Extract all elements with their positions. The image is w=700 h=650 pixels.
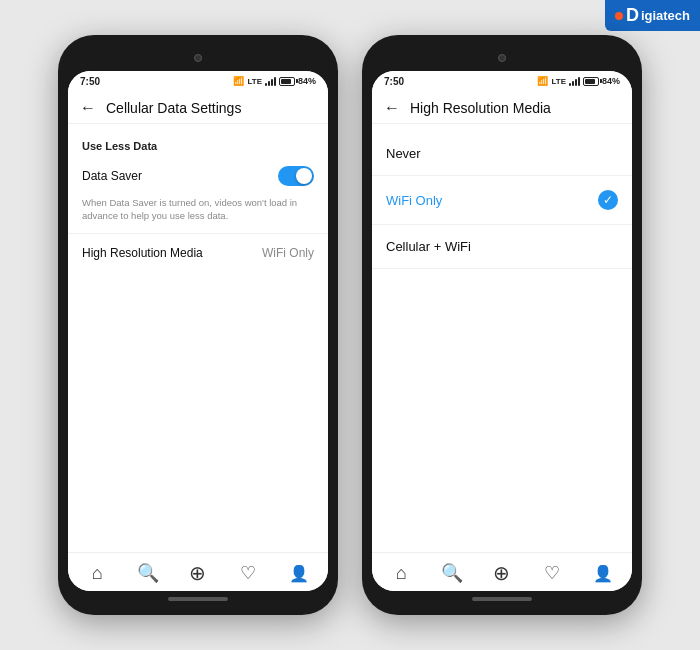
option-cellular-wifi[interactable]: Cellular + WiFi <box>372 227 632 266</box>
option-wifi-label: WiFi Only <box>386 193 442 208</box>
battery-icon-2 <box>583 77 599 86</box>
nav-header-2: ← High Resolution Media <box>372 91 632 124</box>
nav-profile-2[interactable]: 👤 <box>587 564 619 583</box>
nav-add-2[interactable]: ⊕ <box>486 561 518 585</box>
high-res-value: WiFi Only <box>262 246 314 260</box>
front-camera-1 <box>194 54 202 62</box>
battery-percent-1: 84% <box>298 76 316 86</box>
nav-search-1[interactable]: 🔍 <box>132 562 164 584</box>
lte-2: LTE <box>551 77 566 86</box>
content-2: Never WiFi Only ✓ Cellular + WiFi <box>372 124 632 552</box>
nav-heart-2[interactable]: ♡ <box>536 562 568 584</box>
signal-1 <box>265 76 276 86</box>
nav-profile-1[interactable]: 👤 <box>283 564 315 583</box>
back-button-2[interactable]: ← <box>384 99 400 117</box>
nav-home-1[interactable]: ⌂ <box>81 563 113 584</box>
time-2: 7:50 <box>384 76 404 87</box>
wifi-status-2: 📶 <box>537 76 548 86</box>
status-bar-1: 7:50 📶 LTE 84% <box>68 71 328 91</box>
divider-opt-1 <box>372 175 632 176</box>
phone-bottom-1 <box>68 597 328 601</box>
phone-top-bar-2 <box>372 49 632 67</box>
phone-top-bar-1 <box>68 49 328 67</box>
time-1: 7:50 <box>80 76 100 87</box>
section-label-1: Use Less Data <box>68 134 328 156</box>
page-title-2: High Resolution Media <box>410 100 551 116</box>
battery-fill-2 <box>585 79 595 84</box>
option-never[interactable]: Never <box>372 134 632 173</box>
nav-header-1: ← Cellular Data Settings <box>68 91 328 124</box>
brand-badge: D igiatech <box>605 0 700 31</box>
battery-icon-1 <box>279 77 295 86</box>
status-bar-2: 7:50 📶 LTE 84% <box>372 71 632 91</box>
bottom-nav-2: ⌂ 🔍 ⊕ ♡ 👤 <box>372 552 632 591</box>
content-1: Use Less Data Data Saver When Data Saver… <box>68 124 328 552</box>
wifi-status-1: 📶 <box>233 76 244 86</box>
lte-1: LTE <box>247 77 262 86</box>
home-indicator-1 <box>168 597 228 601</box>
battery-percent-2: 84% <box>602 76 620 86</box>
status-icons-2: 📶 LTE 84% <box>537 76 620 86</box>
option-never-label: Never <box>386 146 421 161</box>
page-title-1: Cellular Data Settings <box>106 100 241 116</box>
option-wifi-only[interactable]: WiFi Only ✓ <box>372 178 632 222</box>
nav-heart-1[interactable]: ♡ <box>232 562 264 584</box>
wifi-selected-check: ✓ <box>598 190 618 210</box>
high-res-label: High Resolution Media <box>82 246 203 260</box>
data-saver-label: Data Saver <box>82 169 142 183</box>
phone-2: 7:50 📶 LTE 84% ← High Resolution Media <box>362 35 642 615</box>
screen-2: 7:50 📶 LTE 84% ← High Resolution Media <box>372 71 632 591</box>
phone-1: 7:50 📶 LTE 84% ← Cellular Data Settings <box>58 35 338 615</box>
option-cellular-label: Cellular + WiFi <box>386 239 471 254</box>
signal-2 <box>569 76 580 86</box>
divider-opt-3 <box>372 268 632 269</box>
toggle-knob <box>296 168 312 184</box>
front-camera-2 <box>498 54 506 62</box>
phone-bottom-2 <box>372 597 632 601</box>
nav-home-2[interactable]: ⌂ <box>385 563 417 584</box>
high-res-row[interactable]: High Resolution Media WiFi Only <box>68 236 328 270</box>
screen-1: 7:50 📶 LTE 84% ← Cellular Data Settings <box>68 71 328 591</box>
data-saver-toggle[interactable] <box>278 166 314 186</box>
back-button-1[interactable]: ← <box>80 99 96 117</box>
bottom-nav-1: ⌂ 🔍 ⊕ ♡ 👤 <box>68 552 328 591</box>
battery-fill-1 <box>281 79 291 84</box>
brand-logo: D <box>626 5 639 26</box>
divider-opt-2 <box>372 224 632 225</box>
home-indicator-2 <box>472 597 532 601</box>
status-icons-1: 📶 LTE 84% <box>233 76 316 86</box>
nav-search-2[interactable]: 🔍 <box>436 562 468 584</box>
nav-add-1[interactable]: ⊕ <box>182 561 214 585</box>
divider-1 <box>68 233 328 234</box>
helper-text-1: When Data Saver is turned on, videos won… <box>68 196 328 231</box>
data-saver-row[interactable]: Data Saver <box>68 156 328 196</box>
brand-name: igiatech <box>641 8 690 23</box>
